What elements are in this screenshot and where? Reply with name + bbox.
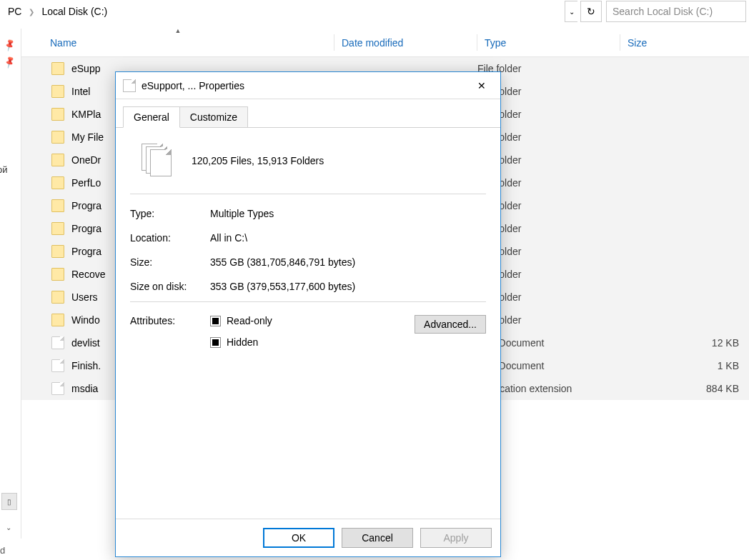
value-size-on-disk: 353 GB (379,553,177,600 bytes) bbox=[210, 281, 486, 292]
folder-icon bbox=[51, 85, 64, 98]
apply-button: Apply bbox=[420, 528, 492, 548]
folder-icon bbox=[51, 268, 64, 281]
folder-icon bbox=[51, 154, 64, 166]
column-header-name[interactable]: ▲ Name bbox=[21, 29, 334, 56]
dialog-button-row: OK Cancel Apply bbox=[116, 519, 500, 556]
search-input[interactable]: Search Local Disk (C:) bbox=[606, 1, 746, 22]
checkbox-indeterminate-icon bbox=[210, 316, 221, 326]
dialog-titlebar[interactable]: eSupport, ... Properties ✕ bbox=[116, 72, 500, 99]
multi-document-icon bbox=[142, 144, 172, 178]
dialog-title: eSupport, ... Properties bbox=[142, 80, 467, 91]
pin-icon: 📌 bbox=[3, 55, 17, 69]
checkbox-readonly[interactable]: Read-only bbox=[210, 315, 415, 326]
file-icon bbox=[51, 359, 64, 372]
folder-icon bbox=[51, 245, 64, 258]
refresh-icon: ↻ bbox=[587, 6, 595, 17]
attributes-section: Attributes: Read-only Hidden Advanced... bbox=[130, 309, 486, 358]
file-size: 12 KB bbox=[620, 337, 749, 349]
label-location: Location: bbox=[130, 232, 210, 244]
label-attributes: Attributes: bbox=[130, 315, 210, 326]
sidebar-scroll-handle[interactable]: ▯ bbox=[1, 493, 17, 510]
close-icon: ✕ bbox=[477, 80, 486, 91]
column-header-size[interactable]: Size bbox=[620, 29, 749, 56]
document-icon bbox=[123, 79, 136, 92]
folder-icon bbox=[51, 222, 64, 235]
chevron-down-icon[interactable]: ⌄ bbox=[6, 524, 11, 531]
search-placeholder: Search Local Disk (C:) bbox=[612, 6, 713, 17]
chevron-down-icon: ⌄ bbox=[569, 8, 575, 16]
folder-icon bbox=[51, 291, 64, 304]
value-type: Multiple Types bbox=[210, 208, 486, 219]
ok-button[interactable]: OK bbox=[263, 528, 334, 548]
refresh-button[interactable]: ↻ bbox=[580, 1, 602, 22]
label-type: Type: bbox=[130, 208, 210, 219]
label-size: Size: bbox=[130, 256, 210, 268]
breadcrumb[interactable]: PC ❯ Local Disk (C:) bbox=[0, 1, 565, 22]
divider bbox=[130, 194, 486, 194]
file-size: 1 KB bbox=[620, 360, 749, 371]
pin-icon: 📌 bbox=[3, 38, 17, 52]
column-headers: ▲ Name Date modified Type Size bbox=[21, 29, 749, 57]
advanced-button[interactable]: Advanced... bbox=[415, 315, 486, 334]
folder-icon bbox=[51, 314, 64, 326]
folder-icon bbox=[51, 108, 64, 121]
status-truncated: d bbox=[0, 545, 5, 556]
value-size: 355 GB (381,705,846,791 bytes) bbox=[210, 256, 486, 268]
divider bbox=[130, 301, 486, 302]
sidebar-truncated-label: ой bbox=[0, 164, 8, 175]
column-header-type[interactable]: Type bbox=[477, 29, 620, 56]
folder-icon bbox=[51, 176, 64, 189]
tab-customize[interactable]: Customize bbox=[179, 106, 248, 128]
cancel-button[interactable]: Cancel bbox=[342, 528, 413, 548]
breadcrumb-seg-pc[interactable]: PC bbox=[5, 6, 24, 17]
value-location: All in C:\ bbox=[210, 232, 486, 244]
properties-grid: Type: Multiple Types Location: All in C:… bbox=[130, 201, 486, 299]
file-icon bbox=[51, 336, 64, 349]
sort-ascending-icon: ▲ bbox=[175, 27, 182, 34]
column-header-date[interactable]: Date modified bbox=[334, 29, 477, 56]
file-icon bbox=[51, 382, 64, 395]
close-button[interactable]: ✕ bbox=[467, 75, 496, 96]
chevron-right-icon: ❯ bbox=[24, 8, 39, 16]
tab-body-general: 120,205 Files, 15,913 Folders Type: Mult… bbox=[116, 128, 500, 519]
tab-general[interactable]: General bbox=[123, 106, 180, 128]
address-dropdown-button[interactable]: ⌄ bbox=[565, 1, 577, 22]
label-size-on-disk: Size on disk: bbox=[130, 281, 210, 292]
checkbox-hidden[interactable]: Hidden bbox=[210, 336, 415, 348]
dialog-tabs: General Customize bbox=[116, 99, 500, 128]
address-bar: PC ❯ Local Disk (C:) ⌄ ↻ Search Local Di… bbox=[0, 0, 749, 23]
summary-section: 120,205 Files, 15,913 Folders bbox=[130, 135, 486, 191]
file-count-summary: 120,205 Files, 15,913 Folders bbox=[192, 155, 324, 166]
properties-dialog: eSupport, ... Properties ✕ General Custo… bbox=[115, 71, 501, 557]
folder-icon bbox=[51, 62, 64, 75]
checkbox-indeterminate-icon bbox=[210, 337, 221, 348]
folder-icon bbox=[51, 199, 64, 212]
nav-sidebar-collapsed: 📌 📌 ой ▯ ⌄ bbox=[0, 29, 21, 539]
breadcrumb-seg-drive[interactable]: Local Disk (C:) bbox=[39, 6, 110, 17]
file-size: 884 KB bbox=[620, 383, 749, 394]
folder-icon bbox=[51, 131, 64, 144]
